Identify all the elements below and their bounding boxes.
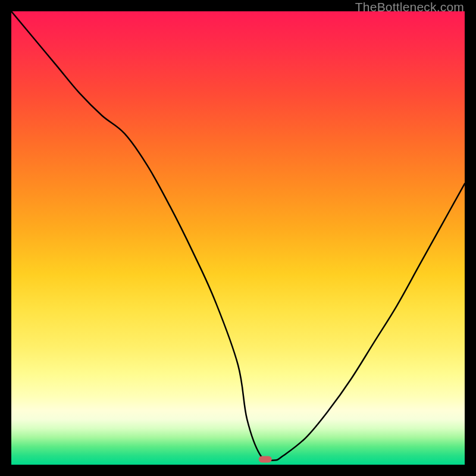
watermark-text: TheBottleneck.com <box>355 0 464 14</box>
plot-area <box>11 11 465 465</box>
bottleneck-chart-svg <box>11 11 465 465</box>
bottleneck-curve <box>11 11 465 461</box>
optimal-marker <box>259 456 272 462</box>
chart-frame: TheBottleneck.com <box>0 0 476 476</box>
